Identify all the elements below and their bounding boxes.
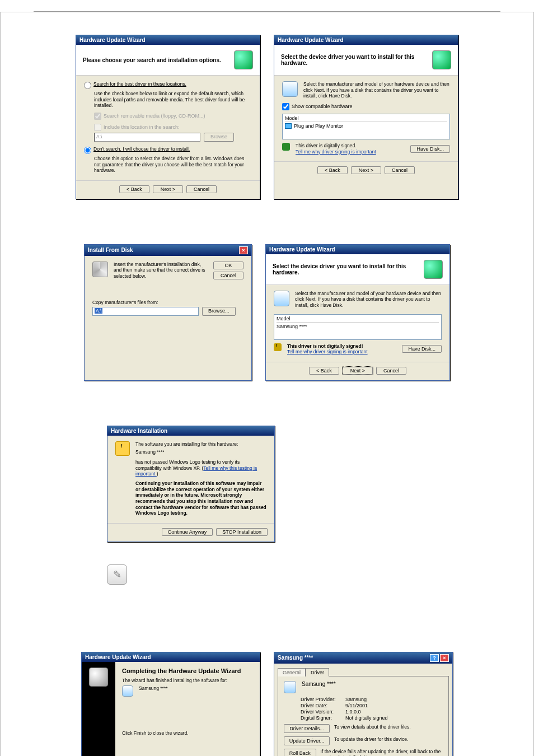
- monitor-properties-dialog: Samsung **** ? × General Driver Samsung …: [274, 652, 453, 756]
- window-title: Hardware Installation: [111, 428, 167, 434]
- signed-ok-icon: [282, 143, 290, 151]
- model-listbox[interactable]: Model Plug and Play Monitor: [282, 114, 450, 139]
- driver-details-text: To view details about the driver files.: [334, 724, 411, 730]
- column-header-model: Model: [285, 115, 447, 122]
- titlebar: Hardware Update Wizard: [274, 35, 458, 45]
- back-button[interactable]: < Back: [119, 185, 149, 193]
- search-help-text: Use the check boxes below to limit or ex…: [94, 91, 252, 109]
- radio-dont-search[interactable]: [84, 147, 91, 154]
- device-name: Samsung ****: [302, 681, 336, 687]
- model-item[interactable]: Plug and Play Monitor: [294, 123, 343, 129]
- hardware-update-wizard-select-driver-unsigned: Hardware Update Wizard Select the device…: [265, 244, 450, 381]
- have-disk-button[interactable]: Have Disk...: [410, 145, 450, 153]
- help-icon[interactable]: ?: [430, 654, 439, 662]
- floppy-disk-icon: [92, 262, 108, 277]
- browse-button[interactable]: Browse...: [202, 307, 236, 316]
- select-driver-help: Select the manufacturer and model of you…: [303, 81, 450, 99]
- warning-logo-text-b: ): [157, 471, 158, 477]
- window-title: Install From Disk: [88, 247, 133, 253]
- wizard-icon: [89, 668, 108, 687]
- checkbox-include-label: Include this location in the search:: [104, 124, 180, 130]
- model-listbox[interactable]: Model Samsung ****: [274, 314, 442, 340]
- checkbox-include-location: [94, 124, 101, 131]
- back-button[interactable]: < Back: [317, 166, 348, 174]
- cancel-button[interactable]: Cancel: [186, 185, 217, 193]
- digital-signer-value: Not digitally signed: [345, 715, 388, 721]
- disk-icon: [282, 81, 298, 97]
- radio-search-best-label: Search for the best driver in these loca…: [93, 81, 186, 87]
- roll-back-driver-button[interactable]: Roll Back Driver: [284, 749, 316, 756]
- titlebar: Hardware Update Wizard: [266, 245, 449, 254]
- window-title: Hardware Update Wizard: [269, 246, 335, 253]
- titlebar: Install From Disk ×: [85, 245, 251, 256]
- wizard-icon: [234, 50, 253, 69]
- ok-button[interactable]: OK: [213, 262, 243, 269]
- radio-search-best[interactable]: [84, 82, 91, 89]
- titlebar: Samsung **** ? ×: [274, 652, 452, 664]
- window-title: Hardware Update Wizard: [85, 654, 151, 660]
- wizard-icon: [424, 260, 443, 279]
- cancel-button[interactable]: Cancel: [376, 367, 406, 375]
- update-driver-text: To update the driver for this device.: [334, 736, 408, 743]
- driver-signing-link[interactable]: Tell me why driver signing is important: [296, 149, 376, 155]
- location-path-field: A:\: [94, 133, 200, 142]
- checkbox-show-compatible-label: Show compatible hardware: [292, 104, 353, 109]
- cancel-button[interactable]: Cancel: [213, 272, 243, 279]
- completing-heading: Completing the Hardware Update Wizard: [122, 668, 253, 674]
- close-icon[interactable]: ×: [239, 246, 248, 254]
- next-button[interactable]: Next >: [153, 185, 183, 193]
- next-button[interactable]: Next >: [343, 367, 373, 375]
- disk-icon: [274, 291, 289, 306]
- checkbox-removable-label: Search removable media (floppy, CD-ROM..…: [104, 113, 205, 119]
- monitor-icon: [122, 685, 133, 697]
- window-title: Hardware Update Wizard: [278, 37, 344, 43]
- warning-device-name: Samsung ****: [135, 449, 266, 455]
- wizard-heading: Please choose your search and installati…: [83, 57, 221, 63]
- stop-installation-button[interactable]: STOP Installation: [216, 528, 268, 536]
- titlebar: Hardware Installation: [107, 426, 274, 436]
- note-icon: ✎: [107, 564, 127, 585]
- next-button[interactable]: Next >: [351, 166, 381, 174]
- wizard-icon: [432, 50, 451, 69]
- window-title: Hardware Update Wizard: [79, 37, 146, 43]
- have-disk-button[interactable]: Have Disk...: [402, 345, 442, 353]
- checkbox-removable-media: [94, 113, 101, 120]
- window-title: Samsung ****: [278, 655, 313, 661]
- completing-device-name: Samsung ****: [139, 685, 168, 692]
- continue-anyway-button[interactable]: Continue Anyway: [162, 528, 213, 536]
- warning-icon: [274, 343, 282, 351]
- tab-driver[interactable]: Driver: [306, 668, 329, 676]
- column-header-model: Model: [277, 316, 439, 323]
- completing-graphic: [82, 662, 115, 756]
- checkbox-show-compatible[interactable]: [282, 103, 289, 110]
- browse-button: Browse: [204, 133, 234, 142]
- completing-finish-hint: Click Finish to close the wizard.: [122, 730, 253, 736]
- tab-general[interactable]: General: [278, 668, 306, 676]
- driver-date-key: Driver Date:: [301, 703, 345, 708]
- completing-line-1: The wizard has finished installing the s…: [122, 678, 253, 684]
- titlebar: Hardware Update Wizard: [76, 35, 260, 45]
- copy-from-path-value: A:\: [95, 308, 102, 314]
- radio-dont-search-label: Don't search. I will choose the driver t…: [93, 146, 190, 152]
- hardware-update-wizard-search-options: Hardware Update Wizard Please choose you…: [76, 35, 260, 199]
- copy-from-label: Copy manufacturer's files from:: [92, 300, 243, 306]
- hardware-update-wizard-completing: Hardware Update Wizard Completing the Ha…: [81, 652, 260, 756]
- hardware-update-wizard-select-driver-signed: Hardware Update Wizard Select the device…: [274, 35, 458, 199]
- warning-strong-text: Continuing your installation of this sof…: [135, 480, 266, 516]
- hardware-installation-warning: Hardware Installation The software you a…: [107, 426, 275, 542]
- driver-details-button[interactable]: Driver Details...: [284, 724, 330, 733]
- monitor-icon: [284, 681, 296, 693]
- close-icon[interactable]: ×: [440, 654, 449, 662]
- titlebar: Hardware Update Wizard: [82, 652, 260, 662]
- warning-line-1: The software you are installing for this…: [135, 441, 266, 447]
- roll-back-driver-text: If the device fails after updating the d…: [321, 749, 443, 756]
- model-item[interactable]: Samsung ****: [277, 323, 439, 338]
- driver-version-value: 1.0.0.0: [345, 709, 361, 715]
- driver-signed-text: This driver is digitally signed.: [296, 143, 376, 149]
- copy-from-path-field[interactable]: A:\: [92, 307, 199, 316]
- update-driver-button[interactable]: Update Driver...: [284, 736, 330, 745]
- back-button[interactable]: < Back: [309, 367, 339, 375]
- cancel-button[interactable]: Cancel: [385, 166, 415, 174]
- monitor-icon: [285, 123, 292, 129]
- driver-signing-link[interactable]: Tell me why driver signing is important: [287, 349, 368, 355]
